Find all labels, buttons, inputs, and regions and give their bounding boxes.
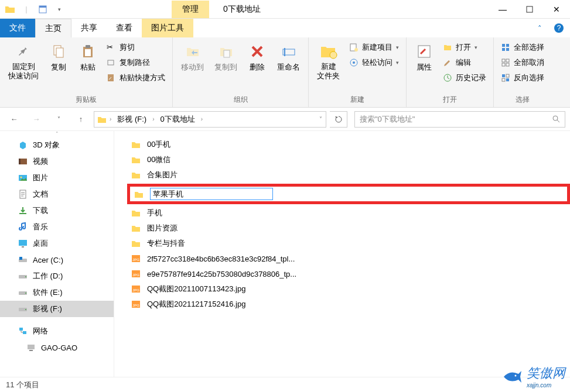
- back-button[interactable]: ←: [5, 111, 23, 128]
- group-label-select: 选择: [499, 94, 547, 106]
- search-input[interactable]: 搜索"0下载地址": [354, 111, 565, 128]
- folder-item[interactable]: 00微信: [127, 152, 570, 167]
- copy-icon: [49, 42, 68, 61]
- sidebar-item-drive[interactable]: 影视 (F:): [0, 301, 114, 317]
- sidebar-item-drive[interactable]: 工作 (D:): [0, 268, 114, 284]
- rename-input[interactable]: [150, 188, 273, 200]
- invert-selection-button[interactable]: 反向选择: [499, 71, 547, 84]
- minimize-button[interactable]: —: [489, 1, 516, 18]
- image-file-item[interactable]: JPG2f5727cc318e4bc6b63ec831e3c92f84_tpl.…: [127, 251, 570, 266]
- sidebar-item-document[interactable]: 文档: [0, 186, 114, 202]
- delete-button[interactable]: 删除: [244, 40, 270, 75]
- tab-view[interactable]: 查看: [107, 19, 142, 37]
- video-icon: [18, 156, 28, 167]
- pin-icon: [14, 42, 33, 61]
- breadcrumb[interactable]: › 影视 (F:) › 0下载地址 › ˅: [94, 111, 326, 128]
- easy-access-icon: [349, 58, 359, 67]
- breadcrumb-root-icon[interactable]: [97, 114, 107, 125]
- edit-icon: [443, 58, 452, 67]
- chevron-right-icon[interactable]: ›: [108, 116, 112, 122]
- watermark: 笑傲网 xajjn.com: [501, 365, 565, 388]
- sidebar-item-label: 音乐: [33, 222, 48, 232]
- tab-picture-tools[interactable]: 图片工具: [142, 19, 193, 37]
- sidebar-item-osdrive[interactable]: Acer (C:): [0, 252, 114, 268]
- image-file-item[interactable]: JPGQQ截图20211007113423.jpg: [127, 281, 570, 297]
- recent-dropdown[interactable]: ˅: [49, 111, 68, 128]
- sidebar-item-video[interactable]: 视频: [0, 153, 114, 170]
- sidebar-item-3d[interactable]: 3D 对象: [0, 137, 114, 153]
- paste-button[interactable]: 粘贴: [75, 40, 101, 75]
- sidebar-item-label: 桌面: [33, 238, 48, 249]
- copy-button[interactable]: 复制: [46, 40, 71, 75]
- sidebar-item-desktop[interactable]: 桌面: [0, 235, 114, 252]
- edit-button[interactable]: 编辑: [441, 56, 489, 69]
- history-button[interactable]: 历史记录: [441, 71, 489, 84]
- properties-icon[interactable]: [36, 3, 49, 16]
- folder-item[interactable]: 合集图片: [127, 167, 570, 183]
- folder-item[interactable]: 00手机: [127, 137, 570, 152]
- maximize-button[interactable]: [516, 1, 543, 18]
- folder-item[interactable]: 手机: [127, 205, 570, 221]
- qat-dropdown-icon[interactable]: ▾: [53, 3, 66, 16]
- svg-point-19: [353, 61, 355, 64]
- sidebar-item-network[interactable]: 网络: [0, 323, 114, 339]
- ribbon-collapse[interactable]: ˄: [532, 19, 548, 37]
- open-button[interactable]: 打开 ▾: [441, 41, 489, 54]
- sidebar-item-label: 3D 对象: [33, 140, 60, 150]
- sidebar: ˄ 3D 对象视频图片文档下载音乐桌面Acer (C:)工作 (D:)软件 (E…: [0, 131, 114, 377]
- image-file-item[interactable]: JPGe9e75787fe914c25b753080d9c378806_tp..…: [127, 266, 570, 281]
- sidebar-item-picture[interactable]: 图片: [0, 170, 114, 186]
- sidebar-item-drive[interactable]: 软件 (E:): [0, 284, 114, 301]
- select-all-button[interactable]: 全部选择: [499, 41, 547, 54]
- tab-home[interactable]: 主页: [35, 19, 71, 37]
- move-to-button[interactable]: 移动到: [178, 40, 207, 75]
- chevron-right-icon[interactable]: ›: [200, 116, 204, 122]
- manage-context-tab[interactable]: 管理: [172, 1, 209, 18]
- history-icon: [443, 73, 452, 82]
- svg-rect-33: [502, 78, 505, 81]
- sidebar-item-music[interactable]: 音乐: [0, 219, 114, 235]
- up-button[interactable]: ↑: [71, 111, 90, 128]
- pc-icon: [26, 342, 36, 353]
- new-item-button[interactable]: 新建项目 ▾: [347, 41, 401, 54]
- breadcrumb-seg-folder[interactable]: 0下载地址: [157, 113, 199, 126]
- folder-icon: [131, 223, 141, 233]
- chevron-right-icon[interactable]: ›: [151, 116, 155, 122]
- file-list[interactable]: 00手机00微信合集图片手机图片资源专栏与抖音JPG2f5727cc318e4b…: [114, 131, 570, 377]
- sidebar-item-download[interactable]: 下载: [0, 202, 114, 219]
- rename-highlight: [127, 184, 570, 204]
- image-file-item[interactable]: JPGQQ截图20211217152416.jpg: [127, 297, 570, 312]
- folder-item[interactable]: 专栏与抖音: [127, 236, 570, 251]
- select-none-button[interactable]: 全部取消: [499, 56, 547, 69]
- svg-rect-30: [502, 74, 505, 77]
- copy-path-button[interactable]: 复制路径: [104, 56, 168, 69]
- new-folder-button[interactable]: 新建 文件夹: [313, 40, 343, 82]
- close-button[interactable]: ✕: [543, 1, 570, 18]
- svg-point-15: [330, 51, 337, 59]
- paste-shortcut-button[interactable]: 粘贴快捷方式: [104, 71, 168, 84]
- svg-rect-1: [39, 6, 46, 8]
- document-icon: [18, 189, 28, 200]
- file-name: 专栏与抖音: [147, 238, 185, 249]
- forward-button[interactable]: →: [27, 111, 46, 128]
- file-item-renaming[interactable]: [130, 187, 567, 201]
- tab-share[interactable]: 共享: [71, 19, 107, 37]
- easy-access-button[interactable]: 轻松访问 ▾: [347, 56, 401, 69]
- help-button[interactable]: ?: [548, 19, 570, 37]
- breadcrumb-seg-drive[interactable]: 影视 (F:): [114, 113, 150, 126]
- cut-button[interactable]: ✂剪切: [104, 41, 168, 54]
- tab-file[interactable]: 文件: [0, 19, 35, 37]
- folder-item[interactable]: 图片资源: [127, 221, 570, 236]
- copy-to-button[interactable]: 复制到: [211, 40, 241, 75]
- scroll-up-icon[interactable]: ˄: [0, 131, 114, 137]
- pin-to-quick-access-button[interactable]: 固定到 快速访问: [5, 40, 42, 82]
- properties-button[interactable]: 属性: [411, 40, 437, 75]
- rename-button[interactable]: 重命名: [274, 40, 303, 75]
- shortcut-icon: [107, 73, 116, 82]
- search-icon[interactable]: [552, 115, 561, 124]
- refresh-button[interactable]: [330, 111, 347, 128]
- folder-icon: [131, 170, 141, 180]
- svg-rect-32: [506, 74, 509, 77]
- sidebar-item-pc[interactable]: GAO-GAO: [0, 339, 114, 356]
- breadcrumb-dropdown[interactable]: ˅: [318, 116, 323, 122]
